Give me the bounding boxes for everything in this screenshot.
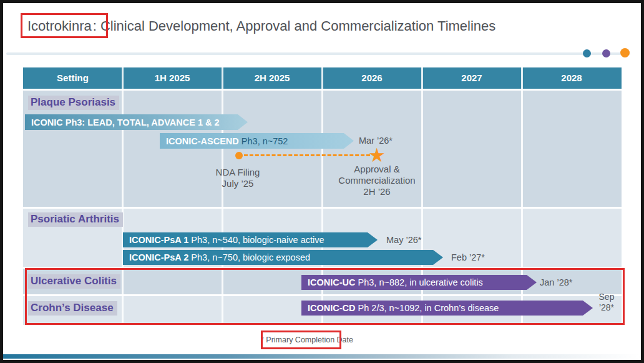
gantt-bar-iconic-ph3-lead-total-advance: ICONIC Ph3: LEAD, TOTAL, ADVANCE 1 & 2 xyxy=(25,114,248,130)
nda-filing-dot-icon xyxy=(235,152,243,159)
bar-study-name: ICONIC-CD xyxy=(308,303,356,313)
header-col-1h2025: 1H 2025 xyxy=(122,67,222,89)
section-label-plaque-psoriasis: Plaque Psoriasis xyxy=(28,96,119,110)
bar-study-name: ICONIC-PsA 2 xyxy=(129,252,188,262)
decor-dot-teal-icon xyxy=(583,49,591,57)
milestone-nda-filing: NDA Filing July ’25 xyxy=(200,167,275,189)
gridline-1 xyxy=(122,67,124,325)
milestone-nda-line1: NDA Filing xyxy=(200,167,275,178)
slide-canvas: Icotrokinra: Clinical Development, Appro… xyxy=(0,0,644,363)
header-col-2028: 2028 xyxy=(522,67,622,89)
header-col-setting: Setting xyxy=(23,67,122,89)
bar-study-detail: Ph3, n~882, in ulcerative colitis xyxy=(356,277,483,287)
gantt-bar-iconic-cd: ICONIC-CD Ph 2/3, n~1092, in Crohn’s dis… xyxy=(301,301,593,316)
title-drug-name: Icotrokinra xyxy=(26,18,93,34)
section-label-crohns-disease: Crohn’s Disease xyxy=(28,301,117,316)
milestone-nda-line2: July ’25 xyxy=(200,178,275,189)
date-label-psa2: Feb ’27* xyxy=(451,250,485,265)
bar-label: ICONIC Ph3: LEAD, TOTAL, ADVANCE 1 & 2 xyxy=(31,117,220,127)
approval-star-icon: ★ xyxy=(366,145,388,166)
gantt-bar-iconic-psa2: ICONIC-PsA 2 Ph3, n~750, biologic expose… xyxy=(123,250,443,265)
section-label-psoriatic-arthritis: Psoriatic Arthritis xyxy=(28,212,123,227)
date-label-uc: Jan ’28* xyxy=(540,275,572,290)
decor-dot-orange-icon xyxy=(620,48,630,57)
bar-study-name: ICONIC-ASCEND xyxy=(166,136,239,146)
bar-study-detail: Ph3, n~750, biologic exposed xyxy=(188,252,310,262)
date-label-cd-line1: Sep xyxy=(590,292,623,302)
date-label-psa1: May ’26* xyxy=(386,232,421,247)
header-col-2026: 2026 xyxy=(322,67,422,89)
gantt-bar-iconic-ascend: ICONIC-ASCEND Ph3, n~752 xyxy=(160,133,354,149)
bottom-gradient-bar xyxy=(3,354,641,359)
page-title: Icotrokinra: Clinical Development, Appro… xyxy=(26,18,495,34)
date-label-cd: Sep ’28* xyxy=(590,292,623,313)
milestone-approval-line2: Commercialization xyxy=(321,175,433,186)
title-rest: : Clinical Development, Approval and Com… xyxy=(93,18,496,34)
gantt-bar-iconic-uc: ICONIC-UC Ph3, n~882, in ulcerative coli… xyxy=(301,275,537,290)
footnote-primary-completion: * Primary Completion Date xyxy=(261,331,341,349)
gridline-2 xyxy=(222,67,223,325)
header-col-2h2025: 2H 2025 xyxy=(222,67,322,89)
milestone-approval: Approval & Commercialization 2H ’26 xyxy=(321,164,433,197)
bar-study-detail: Ph3, n~540, biologic-naive active xyxy=(188,235,324,245)
title-separator-line xyxy=(6,52,630,55)
gantt-bar-iconic-psa1: ICONIC-PsA 1 Ph3, n~540, biologic-naive … xyxy=(123,232,378,247)
bar-study-detail: Ph 2/3, n~1092, in Crohn’s disease xyxy=(356,303,499,313)
date-label-cd-line2: ’28* xyxy=(590,302,623,313)
milestone-dashed-connector xyxy=(244,154,370,156)
section-label-ulcerative-colitis: Ulcerative Colitis xyxy=(28,274,120,289)
header-col-2027: 2027 xyxy=(422,67,522,89)
milestone-approval-line3: 2H ’26 xyxy=(321,186,433,197)
milestone-approval-line1: Approval & xyxy=(321,164,433,175)
bar-study-name: ICONIC-PsA 1 xyxy=(129,235,188,245)
bar-study-name: ICONIC-UC xyxy=(308,277,356,287)
decor-dot-purple-icon xyxy=(602,49,610,57)
bar-study-detail: Ph3, n~752 xyxy=(239,136,288,146)
